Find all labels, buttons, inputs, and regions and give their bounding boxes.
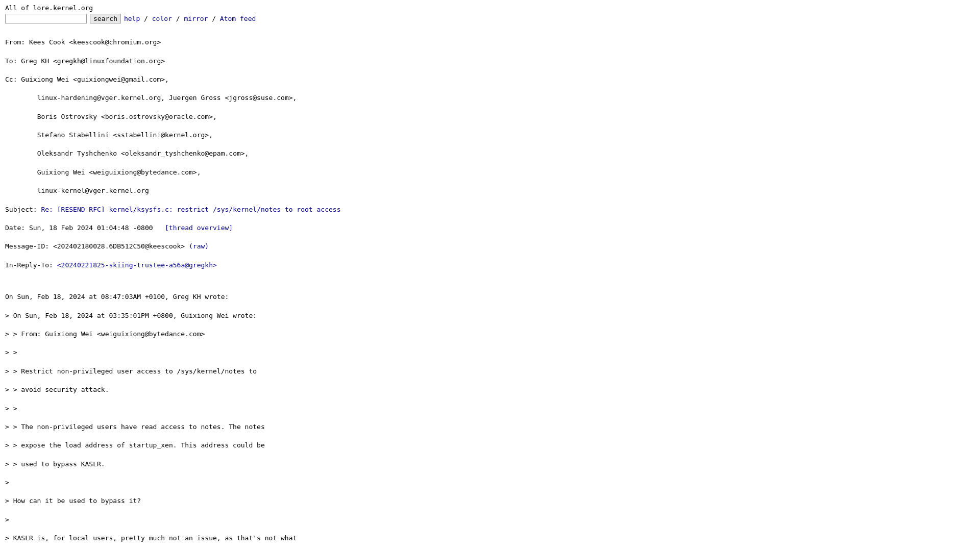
cc-line-5: Guixiong Wei <weiguixiong@bytedance.com>… (5, 168, 201, 176)
site-title: All of lore.kernel.org (5, 4, 975, 12)
body-line-11: > (5, 479, 9, 486)
cc-line-2: Boris Ostrovsky <boris.ostrovsky@oracle.… (5, 113, 217, 120)
body-line-8: > > The non-privileged users have read a… (5, 423, 265, 431)
to-line: To: Greg KH <gregkh@linuxfoundation.org> (5, 57, 165, 65)
body-line-6: > > avoid security attack. (5, 386, 109, 393)
body-line-4: > > (5, 348, 17, 356)
nav-mirror[interactable]: mirror (184, 15, 208, 22)
nav-sep2: / (176, 15, 184, 22)
in-reply-to-link[interactable]: <20240221825-skiing-trustee-a56a@gregkh> (57, 261, 217, 269)
email-headers: From: Kees Cook <keescook@chromium.org> … (5, 29, 975, 270)
email-body: On Sun, Feb 18, 2024 at 08:47:03AM +0100… (5, 274, 975, 551)
nav-atom-feed[interactable]: Atom feed (220, 15, 256, 22)
search-button[interactable]: search (90, 14, 121, 23)
in-reply-to-label: In-Reply-To: (5, 261, 57, 269)
body-line-14: > KASLR is, for local users, pretty much… (5, 534, 297, 542)
body-line-10: > > used to bypass KASLR. (5, 460, 105, 468)
thread-overview-link[interactable]: [thread overview] (165, 224, 233, 232)
body-line-1: On Sun, Feb 18, 2024 at 08:47:03AM +0100… (5, 293, 229, 300)
nav-links: help / color / mirror / Atom feed (124, 15, 256, 22)
nav-help[interactable]: help (124, 15, 140, 22)
body-line-13: > (5, 516, 9, 523)
cc-line-6: linux-kernel@vger.kernel.org (5, 187, 149, 194)
message-id-line: Message-ID: <202402180028.6DB512C50@kees… (5, 242, 189, 250)
cc-line-4: Oleksandr Tyshchenko <oleksandr_tyshchen… (5, 149, 249, 157)
body-line-12: > How can it be used to bypass it? (5, 497, 141, 505)
body-line-7: > > (5, 405, 17, 412)
cc-line-1: linux-hardening@vger.kernel.org, Juergen… (5, 94, 297, 102)
body-line-5: > > Restrict non-privileged user access … (5, 367, 257, 375)
nav-sep3: / (212, 15, 220, 22)
subject-link[interactable]: Re: [RESEND RFC] kernel/ksysfs.c: restri… (41, 206, 340, 213)
body-line-3: > > From: Guixiong Wei <weiguixiong@byte… (5, 330, 205, 338)
raw-link[interactable]: (raw) (189, 242, 209, 250)
cc-line-3: Stefano Stabellini <sstabellini@kernel.o… (5, 131, 213, 139)
body-line-2: > On Sun, Feb 18, 2024 at 03:35:01PM +08… (5, 312, 257, 319)
top-bar: search help / color / mirror / Atom feed (5, 14, 975, 23)
search-input[interactable] (5, 14, 87, 23)
nav-color[interactable]: color (152, 15, 172, 22)
from-line: From: Kees Cook <keescook@chromium.org> (5, 38, 161, 46)
cc-label: Cc: Guixiong Wei <guixiongwei@gmail.com>… (5, 76, 169, 83)
body-line-9: > > expose the load address of startup_x… (5, 441, 265, 449)
date-line: Date: Sun, 18 Feb 2024 01:04:48 -0800 (5, 224, 165, 232)
nav-sep1: / (144, 15, 152, 22)
subject-label: Subject: (5, 206, 41, 213)
